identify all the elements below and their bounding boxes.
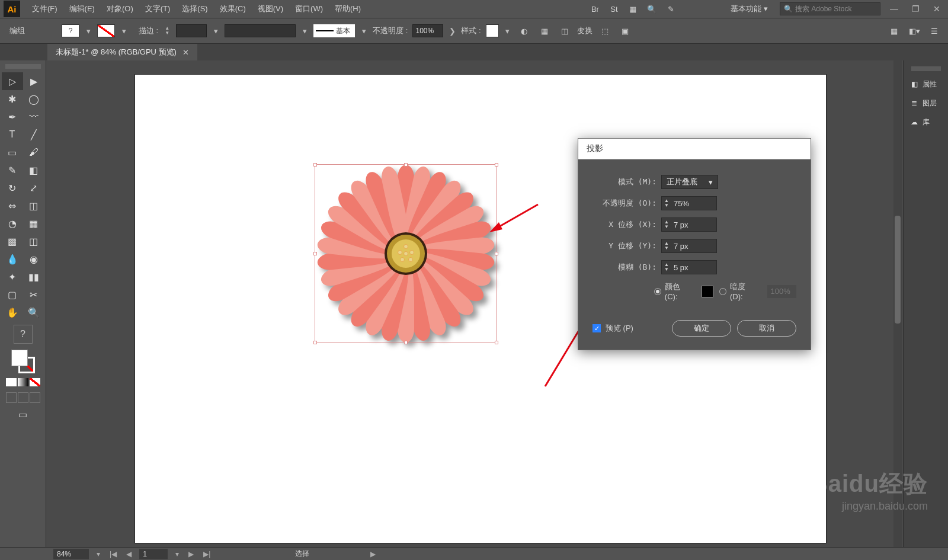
dlg-opacity-input[interactable]: ▲▼75% <box>661 196 717 210</box>
rectangle-tool[interactable]: ▭ <box>2 143 23 161</box>
workspace-switcher[interactable]: 基本功能 ▾ <box>725 4 774 14</box>
y-offset-input[interactable]: ▲▼7 px <box>661 239 717 253</box>
menu-select[interactable]: 选择(S) <box>176 4 213 14</box>
handle-mr[interactable] <box>495 252 498 255</box>
tools-panel-grip[interactable] <box>5 64 41 69</box>
menu-edit[interactable]: 编辑(E) <box>63 4 101 14</box>
x-offset-input[interactable]: ▲▼7 px <box>661 217 717 232</box>
menu-icon[interactable]: ☰ <box>927 23 942 39</box>
selection-tool[interactable]: ▷ <box>2 72 23 90</box>
mode-select[interactable]: 正片叠底▾ <box>661 175 718 189</box>
pen-tool[interactable]: ✒ <box>2 108 23 126</box>
slice-tool[interactable]: ✂ <box>23 286 44 303</box>
shape-builder-tool[interactable]: ◔ <box>2 215 23 232</box>
rotate-tool[interactable]: ↻ <box>2 179 23 197</box>
hand-tool[interactable]: ✋ <box>2 303 23 321</box>
mode-gradient[interactable] <box>18 378 28 386</box>
brush-definition[interactable] <box>225 24 296 37</box>
draw-inside[interactable] <box>30 392 40 403</box>
stock-icon[interactable]: St <box>607 2 620 15</box>
blend-tool[interactable]: ◉ <box>23 250 44 268</box>
artboard-dropdown[interactable]: ▾ <box>174 550 181 558</box>
menu-type[interactable]: 文字(T) <box>139 4 177 14</box>
handle-br[interactable] <box>495 341 498 344</box>
fill-swatch-tool[interactable] <box>11 350 28 366</box>
window-minimize-button[interactable]: — <box>886 3 902 15</box>
search-menubar-icon[interactable]: 🔍 <box>645 2 658 15</box>
scrollbar-thumb[interactable] <box>895 216 901 324</box>
canvas-area[interactable]: 投影 模式 (M): 正片叠底▾ 不透明度 (O): ▲▼75% X 位移 (X… <box>46 60 903 547</box>
blur-input[interactable]: ▲▼5 px <box>661 260 717 274</box>
artboard-number-input[interactable]: 1 <box>139 549 168 559</box>
close-tab-icon[interactable]: ✕ <box>182 48 189 57</box>
style-dropdown[interactable]: ▾ <box>504 24 512 37</box>
menu-help[interactable]: 帮助(H) <box>329 4 367 14</box>
mask-icon[interactable]: ▣ <box>617 23 633 39</box>
curvature-tool[interactable]: 〰 <box>23 108 44 126</box>
screen-mode-button[interactable]: ▭ <box>18 409 27 420</box>
stroke-weight-spinner[interactable]: ▲▼ <box>163 24 171 37</box>
zoom-tool[interactable]: 🔍 <box>23 303 44 321</box>
width-tool[interactable]: ⇔ <box>2 197 23 215</box>
perspective-grid-tool[interactable]: ▦ <box>23 215 44 232</box>
eraser-tool[interactable]: ◧ <box>23 161 44 179</box>
recolor-icon[interactable]: ◐ <box>517 23 532 39</box>
fill-swatch-dropdown[interactable]: ▾ <box>84 24 92 37</box>
handle-bm[interactable] <box>404 341 408 344</box>
zoom-input[interactable]: 84% <box>53 549 89 559</box>
draw-normal[interactable] <box>6 392 17 403</box>
grid-view-icon[interactable]: ▦ <box>886 23 902 39</box>
handle-tl[interactable] <box>313 163 317 167</box>
menu-object[interactable]: 对象(O) <box>101 4 139 14</box>
gradient-tool[interactable]: ◫ <box>23 232 44 250</box>
style-swatch[interactable] <box>486 24 499 37</box>
draw-behind[interactable] <box>18 392 28 403</box>
free-transform-tool[interactable]: ◫ <box>23 197 44 215</box>
opacity-input[interactable]: 100% <box>412 24 443 37</box>
document-tab[interactable]: 未标题-1* @ 84% (RGB/GPU 预览) ✕ <box>47 44 197 60</box>
dock-layers[interactable]: ≣图层 <box>904 94 948 113</box>
selection-bounding-box[interactable] <box>315 164 497 343</box>
fill-stroke-control[interactable] <box>11 350 35 373</box>
darkness-radio[interactable]: 暗度 (D): <box>719 281 760 301</box>
stroke-swatch[interactable] <box>97 24 115 37</box>
window-maximize-button[interactable]: ❐ <box>908 3 923 15</box>
vertical-scrollbar[interactable] <box>893 60 902 547</box>
brush-dropdown[interactable]: ▾ <box>300 24 309 37</box>
transform-label[interactable]: 变换 <box>577 25 592 36</box>
align-icon[interactable]: ▦ <box>537 23 552 39</box>
stroke-profile-dropdown[interactable]: ▾ <box>360 24 368 37</box>
menu-view[interactable]: 视图(V) <box>252 4 289 14</box>
zoom-dropdown[interactable]: ▾ <box>95 550 102 558</box>
column-graph-tool[interactable]: ▮▮ <box>23 268 44 286</box>
line-tool[interactable]: ╱ <box>23 126 44 143</box>
brush-menubar-icon[interactable]: ✎ <box>664 2 677 15</box>
menu-effect[interactable]: 效果(C) <box>214 4 252 14</box>
stroke-weight-dropdown[interactable]: ▾ <box>212 24 220 37</box>
stroke-profile[interactable]: 基本 <box>313 24 355 37</box>
color-radio[interactable]: 颜色 (C): <box>654 281 694 301</box>
status-play-icon[interactable]: ▶ <box>369 550 377 558</box>
opacity-dropdown[interactable]: ❯ <box>448 24 456 37</box>
last-artboard-button[interactable]: ▶| <box>201 550 212 558</box>
menu-file[interactable]: 文件(F) <box>26 4 63 14</box>
lasso-tool[interactable]: ◯ <box>23 90 44 108</box>
mesh-tool[interactable]: ▩ <box>2 232 23 250</box>
search-stock-input[interactable]: 🔍搜索 Adobe Stock <box>780 2 880 15</box>
mode-none[interactable] <box>30 378 40 386</box>
paintbrush-tool[interactable]: 🖌 <box>23 143 44 161</box>
artboard-tool[interactable]: ▢ <box>2 286 23 303</box>
unknown-fill-indicator[interactable]: ? <box>14 325 33 344</box>
handle-ml[interactable] <box>313 252 317 255</box>
arrange-icon[interactable]: ▦ <box>626 2 639 15</box>
symbol-sprayer-tool[interactable]: ✦ <box>2 268 23 286</box>
isolate-icon[interactable]: ⬚ <box>597 23 613 39</box>
eyedropper-tool[interactable]: 💧 <box>2 250 23 268</box>
stroke-weight-input[interactable] <box>176 24 207 37</box>
type-tool[interactable]: T <box>2 126 23 143</box>
dock-grip[interactable] <box>911 66 941 71</box>
cancel-button[interactable]: 取消 <box>737 320 796 337</box>
shadow-color-swatch[interactable] <box>702 286 713 297</box>
panel-toggle-icon[interactable]: ◧▾ <box>907 23 922 39</box>
stroke-swatch-dropdown[interactable]: ▾ <box>120 24 128 37</box>
